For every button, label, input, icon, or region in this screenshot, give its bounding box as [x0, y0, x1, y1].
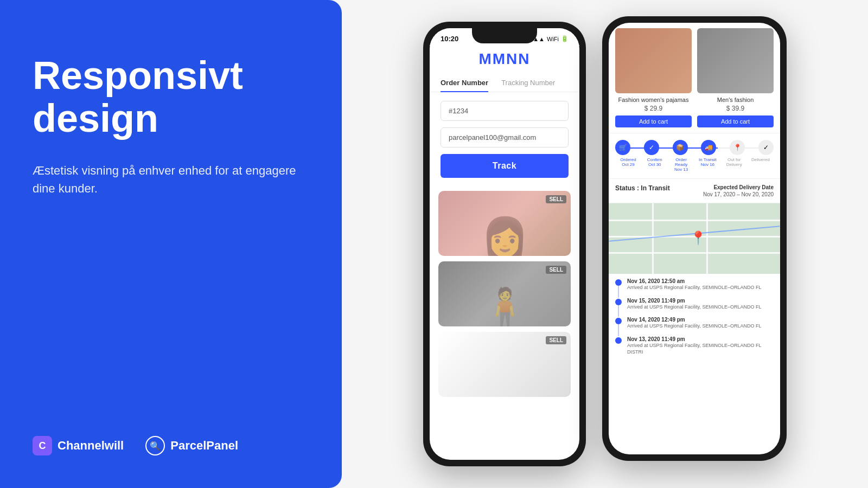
product-card-3: SELL [438, 332, 571, 397]
order-number-input[interactable]: #1234 [441, 101, 569, 121]
log-entry-2: Nov 15, 2020 11:49 pm Arrived at USPS Re… [615, 298, 774, 311]
product-card-2: SELL 🧍 [438, 261, 571, 326]
label-ready: Order ReadyNov 13 [671, 157, 692, 172]
road-v1 [652, 203, 654, 274]
product-price-1: $ 29.9 [615, 105, 692, 112]
channelwill-icon: C [33, 436, 52, 455]
label-delivered: Delivered [750, 157, 771, 172]
left-content: Responsivt design Æstetisk visning på en… [33, 33, 309, 197]
product-item-2: Men's fashion $ 39.9 Add to cart [697, 28, 774, 127]
log-text-2: Nov 15, 2020 11:49 pm Arrived at USPS Re… [627, 298, 774, 311]
phone-2: Fashion women's pajamas $ 29.9 Add to ca… [602, 16, 787, 461]
parcelpanel-logo: 🔍 ParcelPanel [145, 436, 238, 455]
step-delivered: ✓ [758, 140, 774, 155]
status-icons: ▲▲ WiFi 🔋 [533, 35, 569, 42]
delivery-date: Nov 17, 2020 – Nov 20, 2020 [703, 191, 774, 197]
step-ready: 📦 [673, 140, 688, 155]
product-card-1: SELL 👩 [438, 191, 571, 256]
step-ordered: 🛒 [615, 140, 630, 155]
log-time-2: Nov 15, 2020 11:49 pm [627, 298, 774, 304]
left-panel: Responsivt design Æstetisk visning på en… [0, 0, 342, 488]
phone-1: 10:20 ▲▲ WiFi 🔋 MMNN Order Number Tracki… [423, 22, 586, 466]
email-input[interactable]: parcelpanel100@gmail.com [441, 127, 569, 147]
delivery-label: Expected Delivery Date [703, 184, 774, 190]
parcelpanel-icon: 🔍 [145, 436, 165, 455]
tracking-log: Nov 16, 2020 12:50 am Arrived at USPS Re… [609, 274, 780, 366]
channelwill-logo: C Channelwill [33, 436, 124, 455]
parcelpanel-label: ParcelPanel [170, 439, 238, 453]
log-desc-4: Arrived at USPS Regional Facility, SEMIN… [627, 343, 774, 355]
product-img-2 [697, 28, 774, 93]
phone-2-screen: Fashion women's pajamas $ 29.9 Add to ca… [609, 23, 780, 454]
right-panel: 10:20 ▲▲ WiFi 🔋 MMNN Order Number Tracki… [342, 0, 868, 488]
form-area: #1234 parcelpanel100@gmail.com Track [430, 92, 579, 187]
log-text-1: Nov 16, 2020 12:50 am Arrived at USPS Re… [627, 278, 774, 291]
notch-1 [472, 28, 537, 43]
label-ordered: OrderedOct 29 [617, 157, 639, 172]
log-text-4: Nov 13, 2020 11:49 pm Arrived at USPS Re… [627, 336, 774, 355]
progress-steps: 🛒 ✓ 📦 🚚 📍 ✓ [615, 140, 774, 155]
log-entry-3: Nov 14, 2020 12:49 pm Arrived at USPS Re… [615, 317, 774, 330]
step-transit: 🚚 [701, 140, 716, 155]
map-background: 📍 [609, 203, 780, 274]
product-price-2: $ 39.9 [697, 105, 774, 112]
log-entry-1: Nov 16, 2020 12:50 am Arrived at USPS Re… [615, 278, 774, 291]
sell-badge-3: SELL [546, 336, 566, 344]
tab-order-number[interactable]: Order Number [441, 74, 488, 92]
sell-badge-2: SELL [546, 266, 566, 274]
road-h3 [609, 252, 780, 254]
log-dot-3 [615, 318, 622, 324]
sell-badge-1: SELL [546, 195, 566, 203]
person-figure-1: 👩 [481, 218, 528, 256]
transit-status: Status : In Transit [615, 184, 670, 192]
log-dot-4 [615, 337, 622, 344]
tab-bar: Order Number Tracking Number [430, 74, 579, 92]
product-img-1 [615, 28, 692, 93]
log-dot-2 [615, 299, 622, 305]
tracking-progress: 🛒 ✓ 📦 🚚 📍 ✓ OrderedOct 29 ConfirmOct 30 … [609, 133, 780, 179]
log-dot-1 [615, 279, 622, 286]
road-h1 [609, 220, 780, 221]
product-item-1: Fashion women's pajamas $ 29.9 Add to ca… [615, 28, 692, 127]
step-labels: OrderedOct 29 ConfirmOct 30 Order ReadyN… [615, 157, 774, 172]
step-confirm: ✓ [644, 140, 659, 155]
channelwill-label: Channelwill [58, 439, 124, 453]
label-transit: In TransitNov 16 [697, 157, 718, 172]
log-line-3 [618, 324, 619, 336]
logo-row: C Channelwill 🔍 ParcelPanel [33, 436, 309, 455]
road-v2 [706, 203, 708, 274]
label-out: Out for Delivery [723, 157, 745, 172]
product-name-1: Fashion women's pajamas [615, 97, 692, 103]
log-line-1 [618, 286, 619, 298]
add-cart-btn-2[interactable]: Add to cart [697, 115, 774, 127]
product-name-2: Men's fashion [697, 97, 774, 103]
log-entry-4: Nov 13, 2020 11:49 pm Arrived at USPS Re… [615, 336, 774, 355]
delivery-info: Expected Delivery Date Nov 17, 2020 – No… [703, 184, 774, 197]
product-list: SELL 👩 SELL 🧍 SELL [430, 187, 579, 407]
phone-1-screen: 10:20 ▲▲ WiFi 🔋 MMNN Order Number Tracki… [430, 28, 579, 460]
app-logo: MMNN [430, 46, 579, 74]
add-cart-btn-1[interactable]: Add to cart [615, 115, 692, 127]
subtitle: Æstetisk visning på enhver enhed for at … [33, 162, 309, 197]
log-line-2 [618, 305, 619, 317]
tab-tracking-number[interactable]: Tracking Number [501, 74, 555, 92]
log-time-1: Nov 16, 2020 12:50 am [627, 278, 774, 284]
log-desc-2: Arrived at USPS Regional Facility, SEMIN… [627, 304, 774, 311]
person-figure-2: 🧍 [481, 288, 528, 326]
log-desc-3: Arrived at USPS Regional Facility, SEMIN… [627, 323, 774, 330]
map-section: 📍 [609, 203, 780, 274]
log-time-3: Nov 14, 2020 12:49 pm [627, 317, 774, 323]
status-time: 10:20 [441, 35, 458, 43]
products-row: Fashion women's pajamas $ 29.9 Add to ca… [609, 23, 780, 133]
main-heading: Responsivt design [33, 54, 309, 140]
label-confirm: ConfirmOct 30 [644, 157, 666, 172]
log-text-3: Nov 14, 2020 12:49 pm Arrived at USPS Re… [627, 317, 774, 330]
map-pin: 📍 [690, 230, 706, 246]
step-out: 📍 [730, 140, 745, 155]
track-button[interactable]: Track [441, 154, 569, 178]
log-desc-1: Arrived at USPS Regional Facility, SEMIN… [627, 285, 774, 291]
log-time-4: Nov 13, 2020 11:49 pm [627, 336, 774, 342]
status-section: Status : In Transit Expected Delivery Da… [609, 179, 780, 203]
